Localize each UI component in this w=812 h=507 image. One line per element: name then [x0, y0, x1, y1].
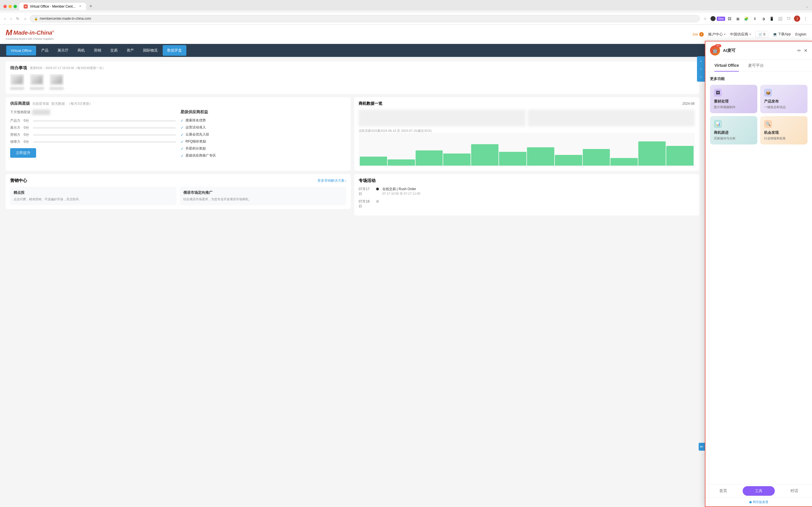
download-app-button[interactable]: 💻 下载App — [773, 32, 791, 37]
feature-business-desc: 买家接待与分析 — [714, 136, 753, 140]
ai-feature-discover[interactable]: 🔍 机会发现 行业情报和拓客 — [760, 116, 808, 145]
check-icon: ✓ — [181, 147, 184, 151]
score-product-value: 0分 — [24, 118, 31, 123]
user-info[interactable]: Joe 3 — [692, 32, 704, 37]
todo-card-label-1 — [10, 87, 24, 90]
nav-item-products[interactable]: 产品 — [37, 44, 53, 57]
benefit-item-5: ✓ 升星积分奖励 — [181, 146, 346, 151]
screen-icon[interactable]: ⬜ — [777, 15, 783, 22]
ai-tab-maike[interactable]: 麦可平台 — [744, 60, 768, 71]
chevron-right-icon: › — [345, 179, 346, 183]
check-icon: ✓ — [181, 118, 184, 123]
star-no-data: 暂无数据 — [51, 101, 65, 106]
ai-feature-business[interactable]: 📊 商机跟进 买家接待与分析 — [710, 116, 757, 145]
nav-item-assets[interactable]: 资产 — [122, 44, 139, 57]
event-title-1: 在线交易 | Rush Order — [382, 187, 695, 191]
main-navigation: Virtual Office 产品 展示厅 商机 营销 交易 资产 国际物流 数… — [0, 44, 812, 57]
extensions-icon[interactable]: 🧩 — [743, 15, 749, 22]
event-date-1: 07月17日 — [359, 187, 373, 196]
ai-avatar-wrap: 🤖 99+ — [710, 45, 720, 55]
forward-button[interactable]: › — [9, 15, 13, 22]
nav-item-opportunities[interactable]: 商机 — [73, 44, 89, 57]
main-content: 待办事项 更新时间：2024-07-17 16:03:00（每10分钟更新一次） — [0, 57, 812, 223]
score-display-value: 0分 — [24, 125, 31, 130]
ai-compose-button[interactable]: ✏ — [797, 48, 801, 53]
todo-title: 待办事项 — [10, 65, 27, 71]
new-feature-button[interactable]: New — [718, 15, 724, 22]
ai-feature-material[interactable]: 🖼 素材处理 图片和视频制作 — [710, 85, 757, 113]
bookmark-icon[interactable]: ☆ — [702, 15, 708, 22]
strip-arrow-up[interactable]: › — [699, 57, 703, 65]
ai-tab-virtual-office[interactable]: Virtual Office — [710, 60, 744, 71]
device-icon[interactable]: 📱 — [769, 15, 775, 22]
score-marketing-label: 营销力 — [10, 132, 21, 137]
nav-item-marketing[interactable]: 营销 — [89, 44, 106, 57]
check-icon: ✓ — [181, 139, 184, 144]
todo-card-2[interactable] — [30, 74, 44, 90]
right-sidebar-strip: › › › — [697, 56, 705, 82]
feature-business-title: 商机跟进 — [714, 130, 753, 135]
todo-card-icon-1 — [10, 74, 24, 86]
supplier-menu[interactable]: 中国供应商 ▾ — [730, 32, 751, 37]
shield-icon[interactable]: 🛡 — [785, 15, 792, 22]
feature-product-title: 产品发布 — [764, 99, 804, 104]
new-tab-button[interactable]: + — [87, 2, 95, 10]
marketing-card-2[interactable]: 俄语市场定向推广 结合俄语市场需求，为您专业开发俄语市场商机。 — [180, 187, 346, 205]
event-item-1[interactable]: 07月17日 在线交易 | Rush Order 07-17 10:00 至 0… — [359, 187, 695, 196]
ai-more-features-title: 更多功能 — [710, 76, 808, 81]
nav-item-showroom[interactable]: 展示厅 — [53, 44, 73, 57]
upgrade-button[interactable]: 立即提升 — [10, 148, 36, 158]
star-rating-section: 供应商星级 当前星等级 暂无数据 （每月3日更新） 下月预测星级 暂无数据 — [6, 97, 351, 171]
active-tab[interactable]: M Virtual Office - Member Cent... ✕ — [19, 3, 86, 10]
logo-m: M — [6, 28, 12, 37]
refresh-button[interactable]: ↻ — [15, 15, 20, 22]
nav-item-virtual-office[interactable]: Virtual Office — [6, 46, 36, 55]
business-icon: 📊 — [714, 120, 722, 128]
minimize-button[interactable] — [8, 5, 12, 8]
address-bar[interactable]: 🔒 membercenter.made-in-china.com — [30, 15, 700, 22]
ai-close-button[interactable]: ✕ — [804, 48, 808, 53]
star-update-cycle: （每月3日更新） — [67, 101, 93, 106]
todo-card-1[interactable] — [10, 74, 24, 90]
marketing-section: 营销中心 更多营销解决方案 › 精点投 点击付费，精准营销，可选偏好市场，灵活投… — [6, 174, 351, 216]
split-icon[interactable]: ▣ — [735, 15, 741, 22]
todo-card-icon-2 — [30, 74, 44, 86]
strip-arrow-down[interactable]: › — [699, 73, 703, 80]
home-button[interactable]: ⌂ — [23, 15, 28, 22]
account-center-menu[interactable]: 账户中心 ▾ — [708, 32, 725, 37]
toolbar-icons: ☆ New 🖼 ▣ 🧩 ⬇ ◑ 📱 ⬜ 🛡 J ⋮ — [702, 15, 809, 22]
feature-product-desc: 一键发品和优品 — [764, 105, 804, 109]
nav-item-data-compass[interactable]: 数据罗盘 — [163, 45, 186, 56]
user-profile-icon[interactable]: J — [794, 15, 800, 22]
tab-favicon: M — [24, 4, 28, 8]
maximize-button[interactable] — [13, 5, 17, 8]
marketing-card-1[interactable]: 精点投 点击付费，精准营销，可选偏好市场，灵活投停。 — [10, 187, 176, 205]
cart-button[interactable]: 🛒 0 — [755, 31, 769, 38]
ai-feature-product[interactable]: 📦 产品发布 一键发品和优品 — [760, 85, 808, 113]
download-icon[interactable]: ⬇ — [752, 15, 758, 22]
nav-item-logistics[interactable]: 国际物流 — [139, 44, 162, 57]
chart-bar — [610, 158, 638, 166]
score-product-bar — [33, 120, 176, 122]
score-marketing-bar — [33, 134, 176, 136]
window-expand-button[interactable]: ⌄ — [806, 4, 809, 8]
theme-icon[interactable]: ◑ — [760, 15, 766, 22]
nav-item-trade[interactable]: 交易 — [106, 44, 122, 57]
business-data-section: 商机数据一览 2024-06 活跃买家访问量2024-06-16 至 2024-… — [354, 97, 699, 171]
ai-tabs: Virtual Office 麦可平台 — [705, 60, 812, 72]
tab-bar: M Virtual Office - Member Cent... ✕ + — [19, 2, 410, 10]
more-marketing-link[interactable]: 更多营销解决方案 › — [317, 178, 346, 183]
tab-close-icon[interactable]: ✕ — [79, 4, 82, 8]
strip-arrow-mid[interactable]: › — [699, 65, 703, 73]
photos-icon[interactable]: 🖼 — [726, 15, 732, 22]
todo-section: 待办事项 更新时间：2024-07-17 16:03:00（每10分钟更新一次） — [6, 61, 699, 94]
language-button[interactable]: English — [795, 33, 806, 36]
todo-card-3[interactable] — [50, 74, 64, 90]
menu-icon[interactable]: ⋮ — [802, 15, 809, 22]
close-button[interactable] — [3, 5, 7, 8]
back-button[interactable]: ‹ — [3, 15, 7, 22]
record-icon[interactable] — [711, 16, 716, 21]
chart-bar — [360, 157, 387, 166]
event-item-2[interactable]: 07月18日 — [359, 199, 695, 209]
visitor-label: 活跃买家访问量2024-06-16 至 2024-07-15(最近30天) — [359, 129, 695, 133]
